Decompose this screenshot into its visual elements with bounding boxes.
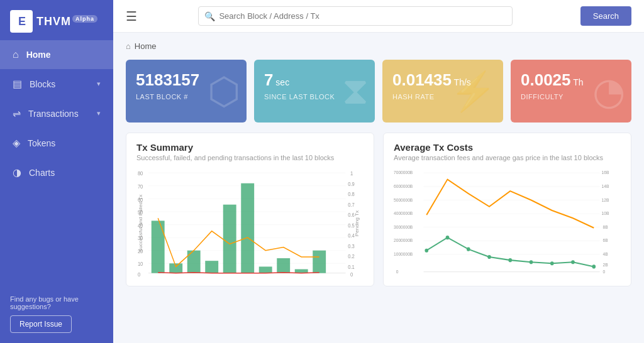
- svg-text:70: 70: [138, 184, 143, 190]
- svg-text:0.1: 0.1: [348, 264, 355, 270]
- search-wrapper: 🔍: [198, 6, 513, 26]
- svg-text:4000000B: 4000000B: [394, 211, 413, 215]
- tx-summary-chart: 80 70 60 50 40 30 20 10 0 1 0.9 0.8 0.7: [136, 166, 364, 280]
- svg-point-67: [446, 236, 450, 239]
- svg-text:6B: 6B: [603, 238, 608, 242]
- svg-text:0.7: 0.7: [348, 202, 355, 207]
- sidebar-item-charts-label: Charts: [29, 168, 55, 178]
- stat-hash-rate: 0.01435 Th/s HASH RATE ⚡: [382, 60, 503, 122]
- breadcrumb-label: Home: [135, 41, 157, 51]
- svg-rect-32: [169, 263, 182, 273]
- svg-point-74: [592, 264, 596, 268]
- tx-summary-subtitle: Successful, failed, and pending transact…: [136, 154, 364, 161]
- svg-rect-34: [205, 261, 218, 273]
- sidebar-item-home[interactable]: ⌂ Home: [0, 40, 113, 69]
- svg-point-72: [550, 261, 554, 265]
- svg-text:14B: 14B: [602, 184, 609, 188]
- sidebar-item-charts[interactable]: ◑ Charts: [0, 158, 113, 187]
- stats-grid: 5183157 LAST BLOCK # ⬡ 7 sec SINCE LAST …: [126, 60, 631, 122]
- svg-text:4B: 4B: [603, 252, 608, 256]
- svg-text:8B: 8B: [603, 225, 608, 229]
- svg-text:6000000B: 6000000B: [394, 184, 413, 188]
- avg-tx-costs-chart: 7000000B 6000000B 5000000B 4000000B 3000…: [394, 166, 621, 280]
- svg-text:0.9: 0.9: [348, 182, 355, 187]
- charts-icon: ◑: [13, 166, 21, 178]
- svg-rect-31: [152, 220, 165, 273]
- bug-text: Find any bugs or have suggestions?: [10, 295, 103, 310]
- sidebar-item-blocks[interactable]: ▤ Blocks ▾: [0, 69, 113, 99]
- tx-summary-title: Tx Summary: [136, 142, 364, 153]
- svg-point-73: [571, 260, 575, 264]
- sidebar: E THVMAlpha ⌂ Home ▤ Blocks ▾ ⇌ Transact…: [0, 0, 113, 343]
- svg-text:12B: 12B: [602, 197, 609, 202]
- svg-text:10: 10: [138, 261, 143, 267]
- svg-text:3000000B: 3000000B: [394, 225, 413, 229]
- sidebar-item-tokens-label: Tokens: [28, 138, 55, 148]
- svg-point-66: [425, 249, 428, 253]
- sidebar-bottom: Find any bugs or have suggestions? Repor…: [0, 285, 113, 343]
- block-bg-icon: ⬡: [208, 69, 240, 113]
- breadcrumb: ⌂ Home: [126, 41, 631, 51]
- svg-point-68: [467, 248, 470, 251]
- svg-text:2B: 2B: [603, 263, 608, 267]
- svg-point-70: [508, 258, 512, 262]
- sidebar-item-home-label: Home: [26, 50, 51, 60]
- svg-text:0: 0: [350, 272, 353, 278]
- chevron-down-icon: ▾: [97, 109, 101, 117]
- sidebar-logo: E THVMAlpha: [0, 0, 113, 40]
- svg-text:Successful and Failed Tx: Successful and Failed Tx: [138, 195, 144, 253]
- avg-tx-costs-card: Average Tx Costs Average transaction fee…: [383, 133, 631, 286]
- svg-text:7000000B: 7000000B: [394, 170, 413, 175]
- svg-rect-33: [187, 251, 201, 273]
- search-input[interactable]: [198, 6, 513, 26]
- svg-text:1000000B: 1000000B: [394, 252, 413, 256]
- svg-text:Pending Tx: Pending Tx: [355, 210, 360, 236]
- sidebar-item-transactions[interactable]: ⇌ Transactions ▾: [0, 99, 113, 128]
- avg-tx-costs-subtitle: Average transaction fees and average gas…: [394, 154, 621, 161]
- svg-text:1: 1: [350, 171, 353, 177]
- tokens-icon: ◈: [13, 137, 20, 149]
- svg-rect-37: [259, 266, 272, 273]
- main-content: ☰ 🔍 Search ⌂ Home 5183157 LAST BLOCK # ⬡: [113, 0, 644, 343]
- svg-text:5000000B: 5000000B: [394, 197, 413, 202]
- sidebar-item-tokens[interactable]: ◈ Tokens: [0, 128, 113, 158]
- sidebar-item-blocks-label: Blocks: [30, 79, 55, 89]
- svg-point-69: [487, 255, 491, 259]
- time-bg-icon: ⧗: [342, 69, 369, 113]
- topbar: ☰ 🔍 Search: [113, 0, 644, 33]
- hamburger-menu-icon[interactable]: ☰: [126, 9, 137, 24]
- svg-point-71: [530, 260, 533, 264]
- svg-text:0: 0: [603, 269, 606, 273]
- stat-difficulty: 0.0025 Th DIFFICULTY ◔: [511, 60, 631, 122]
- svg-text:0.2: 0.2: [348, 254, 355, 259]
- sidebar-item-transactions-label: Transactions: [28, 109, 79, 119]
- svg-text:10B: 10B: [602, 211, 609, 215]
- charts-grid: Tx Summary Successful, failed, and pendi…: [126, 133, 631, 286]
- lightning-bg-icon: ⚡: [450, 69, 497, 114]
- search-icon: 🔍: [204, 11, 215, 21]
- alpha-badge: Alpha: [72, 15, 97, 23]
- blocks-icon: ▤: [13, 78, 22, 90]
- report-issue-button[interactable]: Report Issue: [10, 315, 72, 333]
- svg-text:0: 0: [396, 269, 399, 273]
- svg-text:16B: 16B: [602, 170, 609, 175]
- svg-rect-35: [223, 205, 236, 273]
- logo-text: THVMAlpha: [36, 15, 97, 28]
- svg-text:0.3: 0.3: [348, 243, 355, 249]
- stat-since-last-block: 7 sec SINCE LAST BLOCK ⧗: [254, 60, 375, 122]
- logo-icon: E: [10, 10, 33, 33]
- gauge-bg-icon: ◔: [592, 69, 625, 113]
- stat-last-block: 5183157 LAST BLOCK # ⬡: [126, 60, 247, 122]
- search-button[interactable]: Search: [580, 6, 631, 26]
- home-icon: ⌂: [13, 49, 19, 60]
- home-breadcrumb-icon: ⌂: [126, 41, 131, 51]
- svg-text:0.8: 0.8: [348, 192, 355, 197]
- avg-tx-costs-title: Average Tx Costs: [394, 142, 621, 153]
- tx-summary-card: Tx Summary Successful, failed, and pendi…: [126, 133, 374, 286]
- svg-text:0: 0: [138, 272, 141, 278]
- svg-rect-36: [241, 183, 254, 273]
- chevron-down-icon: ▾: [97, 80, 101, 88]
- svg-rect-38: [277, 258, 290, 273]
- svg-rect-40: [313, 251, 326, 273]
- transactions-icon: ⇌: [13, 107, 21, 119]
